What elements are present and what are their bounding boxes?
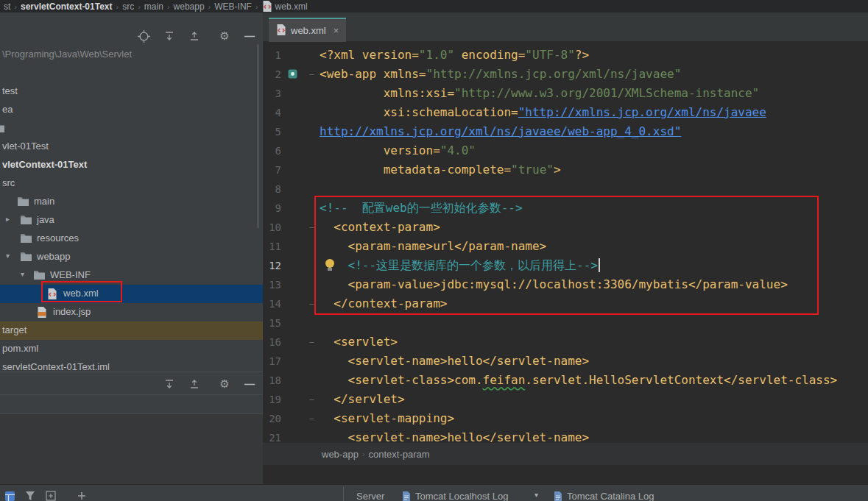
code-text[interactable]: <servlet> xyxy=(320,333,868,352)
breadcrumb-item[interactable]: st xyxy=(4,1,10,12)
tree-row[interactable] xyxy=(0,64,263,82)
fold-column xyxy=(303,46,320,65)
line-number[interactable]: 2 xyxy=(263,65,281,84)
breadcrumb-separator: › xyxy=(116,2,119,11)
code-text[interactable]: xsi:schemaLocation="http://xmlns.jcp.org… xyxy=(320,103,868,122)
breadcrumb-item[interactable]: src xyxy=(122,1,134,12)
code-text[interactable]: <servlet-mapping> xyxy=(320,409,868,428)
tree-item-resources[interactable]: resources xyxy=(0,230,263,248)
tree-item-webapp[interactable]: ▾webapp xyxy=(0,248,263,266)
breadcrumb-item[interactable]: web.xml xyxy=(262,1,308,12)
line-number[interactable]: 13 xyxy=(263,275,281,294)
tree-item-label: servletContext-01Text.iml xyxy=(2,361,110,372)
fold-marker-icon[interactable]: − xyxy=(303,390,320,409)
jsp-file-icon xyxy=(37,307,47,320)
line-number[interactable]: 5 xyxy=(263,122,281,141)
tree-item-label: index.jsp xyxy=(53,306,91,317)
code-text[interactable]: <servlet-name>hello</servlet-name> xyxy=(320,428,868,443)
tree-item--programing-java-web-servlet[interactable]: \Programing\Java\Web\Servlet xyxy=(0,46,263,64)
breadcrumb-separator: › xyxy=(208,2,211,11)
collapse-all-icon[interactable] xyxy=(162,377,177,391)
editor-breadcrumb-item[interactable]: web-app xyxy=(322,449,359,460)
chevron-right-icon[interactable]: ▸ xyxy=(6,215,10,223)
code-text[interactable]: <web-app xmlns="http://xmlns.jcp.org/xml… xyxy=(320,65,868,84)
tree-item-ea[interactable]: ea xyxy=(0,101,263,119)
breadcrumb-item[interactable]: WEB-INF xyxy=(214,1,252,12)
line-number[interactable]: 3 xyxy=(263,84,281,103)
line-number[interactable]: 14 xyxy=(263,294,281,313)
line-number[interactable]: 21 xyxy=(263,428,281,443)
line-number[interactable]: 7 xyxy=(263,160,281,180)
line-number[interactable]: 18 xyxy=(263,371,281,390)
fold-marker-icon[interactable]: − xyxy=(303,333,320,352)
deployment-descriptor-icon[interactable] xyxy=(281,65,303,84)
services-icon[interactable] xyxy=(4,491,15,501)
gear-icon[interactable]: ⚙ xyxy=(217,29,232,43)
code-text[interactable] xyxy=(320,313,868,333)
editor-breadcrumb-item[interactable]: context-param xyxy=(369,449,430,460)
tree-item-src[interactable]: src xyxy=(0,174,263,193)
locate-icon[interactable] xyxy=(136,29,151,43)
line-number[interactable]: 12 xyxy=(263,256,281,275)
line-number[interactable]: 15 xyxy=(263,313,281,333)
line-number[interactable]: 20 xyxy=(263,409,281,428)
line-number[interactable]: 17 xyxy=(263,352,281,371)
code-text[interactable]: version="4.0" xyxy=(320,141,868,160)
chevron-down-icon[interactable]: ▾ xyxy=(6,252,10,260)
tree-scrollbar[interactable] xyxy=(257,44,259,228)
folder-icon xyxy=(18,196,29,208)
breadcrumb-item[interactable]: servletContext-01Text xyxy=(21,1,113,12)
breadcrumb-item[interactable]: main xyxy=(144,1,163,12)
tree-item-target[interactable]: target xyxy=(0,321,263,340)
ide-window: st›servletContext-01Text›src›main›webapp… xyxy=(0,0,868,501)
filter-icon[interactable] xyxy=(25,491,35,501)
chevron-down-icon[interactable]: ▾ xyxy=(21,270,24,278)
code-line: 5http://xmlns.jcp.org/xml/ns/javaee/web-… xyxy=(263,122,868,141)
tree-item-main[interactable]: main xyxy=(0,193,263,211)
line-number[interactable]: 9 xyxy=(263,199,281,218)
line-number[interactable]: 8 xyxy=(263,180,281,199)
hide-panel-icon[interactable]: — xyxy=(242,29,257,43)
tree-item-web-xml[interactable]: web.xml xyxy=(0,285,263,303)
line-number[interactable]: 11 xyxy=(263,237,281,256)
tree-item-vlet-01test[interactable]: vlet-01Test xyxy=(0,138,263,156)
collapse-all-icon[interactable] xyxy=(162,29,177,43)
gear-icon[interactable]: ⚙ xyxy=(217,377,232,391)
code-text[interactable]: <?xml version="1.0" encoding="UTF-8"?> xyxy=(320,46,868,65)
run-log-tab[interactable]: Tomcat Catalina Log xyxy=(554,491,654,501)
tree-item-pom-xml[interactable]: pom.xml xyxy=(0,340,263,358)
line-number[interactable]: 4 xyxy=(263,103,281,122)
tree-item-test[interactable]: test xyxy=(0,82,263,101)
code-text[interactable]: <servlet-class>com.feifan.servlet.HelloS… xyxy=(320,371,868,390)
frame-add-icon[interactable] xyxy=(46,491,56,501)
secondary-toolbar: ⚙— xyxy=(0,372,263,395)
chevron-down-icon[interactable]: ▾ xyxy=(534,491,538,499)
hide-panel-icon[interactable]: — xyxy=(242,377,257,391)
tree-row[interactable] xyxy=(0,119,263,138)
breadcrumb-item[interactable]: webapp xyxy=(174,1,205,12)
expand-all-icon[interactable] xyxy=(187,29,202,43)
code-text[interactable]: http://xmlns.jcp.org/xml/ns/javaee/web-a… xyxy=(320,122,868,141)
tree-item-web-inf[interactable]: ▾WEB-INF xyxy=(0,266,263,285)
line-number[interactable]: 19 xyxy=(263,390,281,409)
tree-item-vletcontext-01text[interactable]: vletContext-01Text xyxy=(0,156,263,174)
tree-item-java[interactable]: ▸java xyxy=(0,211,263,230)
run-log-tab[interactable]: Tomcat Localhost Log xyxy=(402,491,508,501)
code-line: 17 <servlet-name>hello</servlet-name> xyxy=(263,352,868,371)
code-text[interactable]: xmlns:xsi="http://www.w3.org/2001/XMLSch… xyxy=(320,84,868,103)
tree-item-index-jsp[interactable]: index.jsp xyxy=(0,303,263,321)
code-text[interactable]: </servlet> xyxy=(320,390,868,409)
line-number[interactable]: 10 xyxy=(263,218,281,237)
line-number[interactable]: 16 xyxy=(263,333,281,352)
expand-all-icon[interactable] xyxy=(187,377,202,391)
plus-icon[interactable] xyxy=(77,491,87,501)
close-icon[interactable]: × xyxy=(334,25,339,36)
line-number[interactable]: 1 xyxy=(263,46,281,65)
code-text[interactable]: metadata-complete="true"> xyxy=(320,160,868,180)
server-tab-label[interactable]: Server xyxy=(356,491,384,501)
code-text[interactable]: <servlet-name>hello</servlet-name> xyxy=(320,352,868,371)
fold-marker-icon[interactable]: − xyxy=(303,409,320,428)
tab-web-xml[interactable]: web.xml × xyxy=(269,18,346,42)
line-number[interactable]: 6 xyxy=(263,141,281,160)
fold-marker-icon[interactable]: − xyxy=(303,65,320,84)
